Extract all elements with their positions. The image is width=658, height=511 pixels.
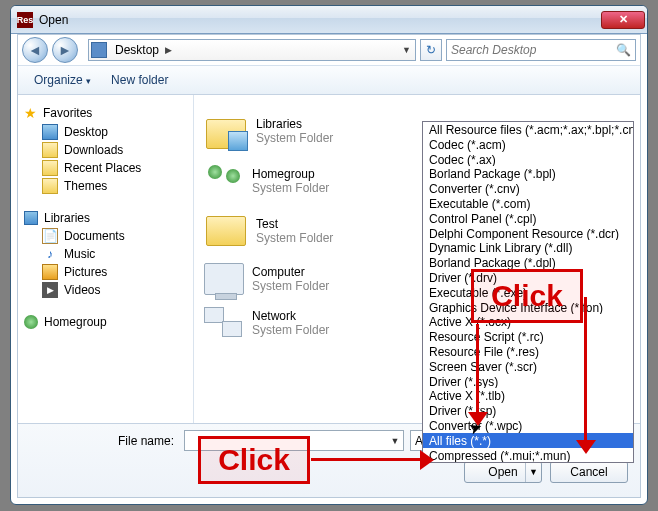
- videos-icon: ▶: [42, 282, 58, 298]
- filetype-option[interactable]: Executable (*.com): [423, 196, 633, 211]
- folder-icon: [42, 160, 58, 176]
- filetype-option[interactable]: Dynamic Link Library (*.dll): [423, 240, 633, 255]
- filename-label: File name:: [28, 434, 178, 448]
- libraries-icon: [204, 111, 248, 151]
- star-icon: ★: [24, 105, 37, 121]
- computer-icon: [204, 263, 244, 295]
- window-title: Open: [39, 13, 601, 27]
- address-history-icon[interactable]: ▼: [400, 45, 413, 55]
- cancel-button[interactable]: Cancel: [550, 461, 628, 483]
- music-icon: ♪: [42, 246, 58, 262]
- desktop-icon: [42, 124, 58, 140]
- filetype-option[interactable]: Resource Script (*.rc): [423, 329, 633, 344]
- open-button[interactable]: Open▼: [464, 461, 542, 483]
- folder-icon: [204, 211, 248, 251]
- sidebar-item-documents[interactable]: 📄Documents: [22, 227, 189, 245]
- sidebar-item-downloads[interactable]: Downloads: [22, 141, 189, 159]
- search-input[interactable]: [451, 43, 616, 57]
- new-folder-button[interactable]: New folder: [105, 71, 174, 89]
- filetype-option[interactable]: Codec (*.ax): [423, 152, 633, 167]
- filetype-option[interactable]: Executable (*.exe): [423, 285, 633, 300]
- sidebar-item-pictures[interactable]: Pictures: [22, 263, 189, 281]
- filetype-option[interactable]: Control Panel (*.cpl): [423, 211, 633, 226]
- favorites-header[interactable]: ★Favorites: [22, 103, 189, 123]
- dialog-client: ◄ ► Desktop ▶ ▼ ↻ 🔍 Organize ▾ New folde…: [17, 34, 641, 498]
- navigation-row: ◄ ► Desktop ▶ ▼ ↻ 🔍: [18, 35, 640, 65]
- open-split-chevron-icon[interactable]: ▼: [525, 462, 541, 482]
- filetype-option[interactable]: Delphi Component Resource (*.dcr): [423, 226, 633, 241]
- organize-button[interactable]: Organize ▾: [28, 71, 97, 89]
- folder-icon: [42, 178, 58, 194]
- filetype-option[interactable]: Driver (*.tsp): [423, 403, 633, 418]
- sidebar-item-desktop[interactable]: Desktop: [22, 123, 189, 141]
- filetype-option[interactable]: Graphics Device Interface (*.fon): [423, 300, 633, 315]
- filetype-option[interactable]: Converter (*.wpc): [423, 418, 633, 433]
- open-dialog-window: Res Open ✕ ◄ ► Desktop ▶ ▼ ↻ 🔍 Organize …: [10, 5, 648, 505]
- homegroup-icon: [24, 315, 38, 329]
- refresh-button[interactable]: ↻: [420, 39, 442, 61]
- location-icon: [91, 42, 107, 58]
- sidebar-item-recent[interactable]: Recent Places: [22, 159, 189, 177]
- filetype-option[interactable]: Driver (*.sys): [423, 374, 633, 389]
- homegroup-icon: [204, 163, 244, 199]
- filetype-option[interactable]: Codec (*.acm): [423, 137, 633, 152]
- forward-button[interactable]: ►: [52, 37, 78, 63]
- libraries-icon: [24, 211, 38, 225]
- address-chevron-icon[interactable]: ▶: [163, 45, 174, 55]
- network-icon: [204, 307, 244, 339]
- libraries-header[interactable]: Libraries: [22, 209, 189, 227]
- toolbar: Organize ▾ New folder: [18, 65, 640, 95]
- filetype-option[interactable]: Borland Package (*.bpl): [423, 166, 633, 181]
- filetype-option[interactable]: Screen Saver (*.scr): [423, 359, 633, 374]
- sidebar-item-themes[interactable]: Themes: [22, 177, 189, 195]
- sidebar-item-music[interactable]: ♪Music: [22, 245, 189, 263]
- folder-icon: [42, 142, 58, 158]
- address-bar[interactable]: Desktop ▶ ▼: [88, 39, 416, 61]
- filetype-option[interactable]: Active X (*.ocx): [423, 314, 633, 329]
- filetype-option[interactable]: Compressed (*.mui;*.mun): [423, 448, 633, 463]
- close-button[interactable]: ✕: [601, 11, 645, 29]
- app-icon: Res: [17, 12, 33, 28]
- sidebar-item-homegroup[interactable]: Homegroup: [22, 313, 189, 331]
- pictures-icon: [42, 264, 58, 280]
- documents-icon: 📄: [42, 228, 58, 244]
- filetype-option[interactable]: Active X (*.tlb): [423, 388, 633, 403]
- filetype-option[interactable]: Driver (*.drv): [423, 270, 633, 285]
- filetype-option[interactable]: Borland Package (*.dpl): [423, 255, 633, 270]
- search-icon: 🔍: [616, 43, 631, 57]
- filetype-option[interactable]: Resource File (*.res): [423, 344, 633, 359]
- address-segment[interactable]: Desktop: [111, 43, 163, 57]
- filetype-dropdown-list[interactable]: All Resource files (*.acm;*.ax;*.bpl;*.c…: [422, 121, 634, 463]
- chevron-down-icon[interactable]: ▼: [387, 431, 403, 450]
- filename-combo[interactable]: ▼: [184, 430, 404, 451]
- filetype-option[interactable]: Converter (*.cnv): [423, 181, 633, 196]
- back-button[interactable]: ◄: [22, 37, 48, 63]
- titlebar[interactable]: Res Open ✕: [11, 6, 647, 34]
- navigation-pane: ★Favorites Desktop Downloads Recent Plac…: [18, 95, 194, 423]
- sidebar-item-videos[interactable]: ▶Videos: [22, 281, 189, 299]
- filetype-option[interactable]: All Resource files (*.acm;*.ax;*.bpl;*.c…: [423, 122, 633, 137]
- search-box[interactable]: 🔍: [446, 39, 636, 61]
- filetype-option[interactable]: All files (*.*): [423, 433, 633, 448]
